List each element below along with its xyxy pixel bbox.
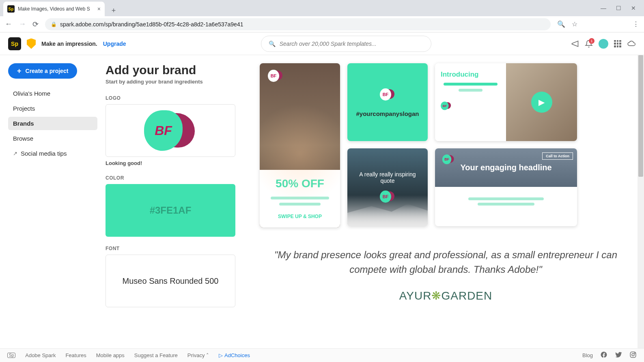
- tab-favicon-icon: Sp: [7, 5, 15, 13]
- forward-icon[interactable]: →: [19, 20, 26, 28]
- introducing-text: Introducing: [441, 71, 500, 79]
- upgrade-link[interactable]: Upgrade: [103, 41, 126, 47]
- browser-tab[interactable]: Sp Make Images, Videos and Web S ×: [3, 2, 105, 16]
- create-label: Create a project: [26, 68, 69, 74]
- announce-icon[interactable]: [571, 40, 579, 48]
- footer-logo-icon: Sp: [7, 353, 15, 358]
- footer-link[interactable]: Adobe Spark: [25, 352, 56, 358]
- address-bar[interactable]: 🔒 spark.adobe.com/sp/branding/5ae1d85b-0…: [45, 18, 551, 30]
- creative-cloud-icon[interactable]: [627, 39, 636, 48]
- mini-logo-icon: BF: [380, 190, 395, 203]
- new-tab-button[interactable]: +: [108, 5, 119, 16]
- logo-card[interactable]: BF: [106, 104, 235, 157]
- play-button-icon[interactable]: ▶: [531, 92, 552, 113]
- mini-logo-icon: BF: [268, 69, 283, 83]
- nav-label: Projects: [13, 105, 35, 112]
- preview-card-slogan[interactable]: BF #yourcompanyslogan: [347, 63, 428, 141]
- tab-title: Make Images, Videos and Web S: [18, 6, 94, 12]
- avatar[interactable]: [599, 39, 608, 49]
- chevron-up-icon: ˄: [206, 352, 209, 358]
- window-controls: — ☐ ✕: [601, 0, 644, 16]
- logo-section-label: LOGO: [106, 95, 235, 101]
- preview-card-video[interactable]: Introducing BF ▶: [435, 63, 577, 141]
- mini-logo-icon: BF: [441, 101, 452, 111]
- back-icon[interactable]: ←: [5, 20, 12, 28]
- sidebar: + Create a project Olivia's Home Project…: [0, 55, 106, 348]
- brand-logo-icon: BF: [144, 108, 197, 153]
- svg-point-2: [634, 353, 635, 353]
- header-right: 1: [571, 39, 636, 49]
- sidebar-item-home[interactable]: Olivia's Home: [8, 87, 97, 100]
- close-icon[interactable]: ✕: [631, 5, 636, 11]
- testimonial-author: AYUR❋GARDEN: [260, 289, 632, 302]
- preview-card-quote[interactable]: A really really inspiring quote BF: [347, 148, 428, 226]
- maximize-icon[interactable]: ☐: [616, 5, 621, 11]
- testimonial-quote: "My brand presence looks great and profe…: [260, 248, 632, 277]
- spark-logo-icon[interactable]: Sp: [8, 37, 21, 50]
- adchoices-link[interactable]: ▷AdChoices: [219, 352, 250, 358]
- footer: Sp Adobe Spark Features Mobile apps Sugg…: [0, 348, 644, 362]
- shield-icon: [27, 39, 36, 49]
- search-bar[interactable]: 🔍: [261, 36, 431, 52]
- font-section-label: FONT: [106, 246, 235, 251]
- footer-link[interactable]: Mobile apps: [96, 352, 125, 358]
- mini-logo-icon: BF: [442, 154, 454, 165]
- sidebar-item-social-tips[interactable]: ↗ Social media tips: [8, 147, 97, 160]
- headline-text: Your engaging headline: [460, 163, 551, 172]
- impression-text: Make an impression.: [41, 41, 97, 47]
- notification-badge: 1: [589, 38, 594, 44]
- nav-list: Olivia's Home Projects Brands Browse ↗ S…: [8, 87, 97, 160]
- external-link-icon: ↗: [13, 150, 17, 156]
- sidebar-item-projects[interactable]: Projects: [8, 102, 97, 115]
- twitter-icon[interactable]: [615, 351, 622, 360]
- nav-label: Browse: [13, 135, 33, 142]
- zoom-icon[interactable]: 🔍: [557, 20, 565, 28]
- brand-column: Add your brand Start by adding your bran…: [106, 63, 235, 348]
- instagram-icon[interactable]: [629, 351, 637, 360]
- mini-logo-icon: BF: [380, 88, 395, 101]
- minimize-icon[interactable]: —: [601, 5, 606, 11]
- cta-button: Call to Action: [542, 152, 573, 160]
- footer-link-privacy[interactable]: Privacy ˄: [187, 352, 209, 358]
- tab-close-icon[interactable]: ×: [97, 6, 101, 12]
- menu-icon[interactable]: ⋮: [633, 20, 639, 28]
- preview-grid: BF 50% OFF SWIPE UP & SHOP BF #yourcompa…: [260, 63, 632, 227]
- scrollbar[interactable]: [638, 55, 644, 348]
- bookmark-icon[interactable]: ☆: [572, 20, 577, 28]
- preview-column: BF 50% OFF SWIPE UP & SHOP BF #yourcompa…: [260, 63, 632, 348]
- plus-icon: +: [17, 67, 22, 75]
- app-header: Sp Make an impression. Upgrade 🔍 1: [0, 32, 644, 55]
- quote-card-text: A really really inspiring quote: [355, 171, 420, 184]
- content-area: Add your brand Start by adding your bran…: [106, 55, 644, 348]
- apps-grid-icon[interactable]: [614, 40, 621, 47]
- preview-card-headline[interactable]: BF Call to Action Your engaging headline: [435, 148, 577, 226]
- nav-label: Brands: [13, 120, 34, 127]
- logo-caption: Looking good!: [106, 160, 235, 166]
- notification-bell-icon[interactable]: 1: [585, 40, 593, 48]
- sidebar-item-brands[interactable]: Brands: [8, 117, 97, 130]
- reload-icon[interactable]: ⟳: [32, 20, 39, 29]
- blog-link[interactable]: Blog: [582, 352, 593, 358]
- preview-card-story[interactable]: BF 50% OFF SWIPE UP & SHOP: [260, 63, 340, 227]
- search-icon: 🔍: [269, 41, 276, 47]
- slogan-text: #yourcompanyslogan: [356, 110, 419, 117]
- footer-link[interactable]: Suggest a Feature: [134, 352, 178, 358]
- scrollbar-thumb[interactable]: [638, 55, 643, 177]
- browser-toolbar: ← → ⟳ 🔒 spark.adobe.com/sp/branding/5ae1…: [0, 16, 644, 32]
- lock-icon: 🔒: [51, 21, 57, 27]
- svg-point-1: [632, 353, 634, 356]
- footer-link[interactable]: Features: [65, 352, 86, 358]
- nav-label: Olivia's Home: [13, 90, 50, 97]
- page-title: Add your brand: [106, 63, 235, 77]
- flower-icon: ❋: [431, 289, 441, 302]
- facebook-icon[interactable]: [600, 351, 607, 360]
- search-input[interactable]: [280, 41, 424, 47]
- color-card[interactable]: #3FE1AF: [106, 184, 235, 237]
- nav-label: Social media tips: [21, 150, 67, 157]
- create-project-button[interactable]: + Create a project: [8, 63, 77, 79]
- sidebar-item-browse[interactable]: Browse: [8, 132, 97, 145]
- page-subtitle: Start by adding your brand ingredients: [106, 79, 235, 85]
- url-text: spark.adobe.com/sp/branding/5ae1d85b-0f2…: [60, 21, 243, 28]
- font-card[interactable]: Museo Sans Rounded 500: [106, 255, 235, 307]
- fifty-off-text: 50% OFF: [265, 177, 334, 190]
